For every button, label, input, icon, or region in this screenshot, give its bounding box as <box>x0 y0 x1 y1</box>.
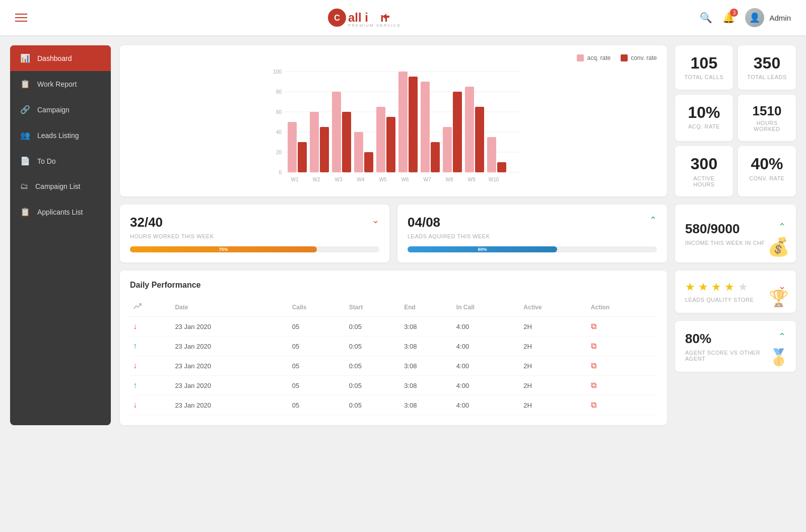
action-link[interactable]: ⧉ <box>591 322 596 330</box>
stat-value-total-leads: 350 <box>746 54 788 72</box>
cell-in-call: 4:00 <box>453 337 520 356</box>
rating-content: ★ ★ ★ ★ ★ LEADS QUALITY STORE <box>685 281 754 303</box>
cell-action[interactable]: ⧉ <box>588 356 657 376</box>
col-calls: Calls <box>289 298 346 317</box>
cell-action[interactable]: ⧉ <box>588 376 657 395</box>
sidebar-label-dashboard: Dashboard <box>37 54 72 62</box>
sidebar-item-campaign-list[interactable]: 🗂 Campaign List <box>10 174 111 199</box>
svg-text:80: 80 <box>276 89 282 95</box>
cell-calls: 05 <box>289 356 346 376</box>
svg-rect-42 <box>475 107 484 172</box>
notifications-bell[interactable]: 🔔 3 <box>722 12 735 24</box>
svg-rect-23 <box>332 92 341 172</box>
leads-header: 04/08 LEADS AQUIRED THIS WEEK ⌃ <box>408 215 657 239</box>
applicants-list-icon: 📋 <box>20 207 30 217</box>
cell-trend: ↑ <box>130 337 172 356</box>
username-label: Admin <box>769 14 791 22</box>
sidebar-item-leads-listing[interactable]: 👥 Leads Listing <box>10 122 111 148</box>
svg-text:60: 60 <box>276 109 282 115</box>
star-1: ★ <box>685 281 695 293</box>
svg-rect-44 <box>487 137 496 172</box>
leads-metric-value: 04/08 <box>408 215 490 230</box>
cell-action[interactable]: ⧉ <box>588 317 657 337</box>
svg-text:W3: W3 <box>335 177 343 182</box>
search-icon[interactable]: 🔍 <box>700 12 712 24</box>
stat-label-hours-worked: HOURS WORKED <box>746 120 788 132</box>
cell-in-call: 4:00 <box>453 317 520 337</box>
col-end: End <box>401 298 453 317</box>
stats-grid: 105 TOTAL CALLS 350 TOTAL LEADS 10% ACQ.… <box>675 45 796 196</box>
legend-conv: conv. rate <box>621 54 657 61</box>
leads-metric-label: LEADS AQUIRED THIS WEEK <box>408 233 490 239</box>
cell-action[interactable]: ⧉ <box>588 337 657 356</box>
stat-acq-rate: 10% ACQ. RATE <box>675 95 733 142</box>
quality-label: LEADS QUALITY STORE <box>685 297 754 303</box>
sidebar-item-campaign[interactable]: 🔗 Campaign <box>10 97 111 122</box>
hamburger-menu[interactable] <box>15 14 27 22</box>
cell-active: 2H <box>520 395 588 415</box>
cell-date: 23 Jan 2020 <box>172 317 289 337</box>
stat-label-active-hours: ACTIVE HOURS <box>683 175 725 187</box>
leads-quality-card: ★ ★ ★ ★ ★ LEADS QUALITY STORE ⌄ 🏆 <box>675 271 796 313</box>
stat-label-acq-rate: ACQ. RATE <box>683 123 725 129</box>
medal-icon: 🏆 <box>769 289 789 308</box>
dashboard-icon: 📊 <box>20 53 30 63</box>
action-link[interactable]: ⧉ <box>591 401 596 409</box>
user-menu[interactable]: 👤 Admin <box>745 8 791 27</box>
stat-value-acq-rate: 10% <box>683 104 725 121</box>
sidebar-item-work-report[interactable]: 📋 Work Report <box>10 71 111 97</box>
bar-chart: 100 80 60 40 20 0 <box>130 66 657 189</box>
svg-rect-18 <box>298 142 307 172</box>
col-in-call: In Call <box>453 298 520 317</box>
legend-acq: acq. rate <box>577 54 611 61</box>
sidebar-item-dashboard[interactable]: 📊 Dashboard <box>10 45 111 71</box>
to-do-icon: 📄 <box>20 156 30 166</box>
action-link[interactable]: ⧉ <box>591 342 596 350</box>
svg-text:all i: all i <box>348 11 368 24</box>
daily-performance-table: Date Calls Start End In Call Active Acti… <box>130 298 657 415</box>
cell-date: 23 Jan 2020 <box>172 376 289 395</box>
cell-active: 2H <box>520 337 588 356</box>
cell-date: 23 Jan 2020 <box>172 356 289 376</box>
leads-progress-fill: 60% <box>408 246 557 252</box>
income-card: 580/9000 INCOME THIS WEEK IN CHF ⌃ 💰 <box>675 205 796 262</box>
money-bag-icon: 💰 <box>767 236 790 257</box>
hours-progress-fill: 75% <box>130 246 317 252</box>
col-start: Start <box>346 298 401 317</box>
hours-header: 32/40 HOURS WORKED THIS WEEK ⌄ <box>130 215 379 239</box>
svg-rect-20 <box>310 112 319 172</box>
leads-value: 04/08 LEADS AQUIRED THIS WEEK <box>408 215 490 239</box>
svg-rect-33 <box>409 77 418 172</box>
cell-date: 23 Jan 2020 <box>172 395 289 415</box>
cell-in-call: 4:00 <box>453 376 520 395</box>
middle-row: 32/40 HOURS WORKED THIS WEEK ⌄ 75% 04/08 <box>120 205 796 262</box>
table-row: ↑ 23 Jan 2020 05 0:05 3:08 4:00 2H ⧉ <box>130 337 657 356</box>
trend-up-icon: ↑ <box>133 342 137 350</box>
svg-text:PREMIUM SERVICE: PREMIUM SERVICE <box>348 23 401 28</box>
stat-label-conv-rate: CONV. RATE <box>746 175 788 181</box>
income-label: INCOME THIS WEEK IN CHF <box>685 240 765 246</box>
svg-rect-35 <box>421 82 430 172</box>
agent-score-card: 80% AGENT SCORE VS OTHER AGENT ⌃ 🥇 <box>675 321 796 372</box>
star-4: ★ <box>724 281 734 293</box>
sidebar-item-applicants-list[interactable]: 📋 Applicants List <box>10 199 111 225</box>
table-row: ↑ 23 Jan 2020 05 0:05 3:08 4:00 2H ⧉ <box>130 376 657 395</box>
svg-text:W9: W9 <box>468 177 476 182</box>
cell-action[interactable]: ⧉ <box>588 395 657 415</box>
action-link[interactable]: ⧉ <box>591 381 596 389</box>
svg-rect-45 <box>497 162 506 172</box>
sidebar-item-to-do[interactable]: 📄 To Do <box>10 148 111 174</box>
hours-progress-label: 75% <box>219 247 228 252</box>
trend-down-icon: ↓ <box>133 361 137 370</box>
cell-start: 0:05 <box>346 317 401 337</box>
svg-rect-29 <box>376 107 385 172</box>
svg-rect-39 <box>453 92 462 172</box>
top-navigation: C all i n PREMIUM SERVICE 🔍 🔔 3 👤 Admin <box>0 0 806 35</box>
star-rating: ★ ★ ★ ★ ★ <box>685 281 754 294</box>
cell-end: 3:08 <box>401 356 453 376</box>
action-link[interactable]: ⧉ <box>591 361 596 370</box>
svg-rect-26 <box>354 132 363 172</box>
cell-date: 23 Jan 2020 <box>172 337 289 356</box>
hours-metric-label: HOURS WORKED THIS WEEK <box>130 233 214 239</box>
svg-text:W8: W8 <box>446 177 453 182</box>
